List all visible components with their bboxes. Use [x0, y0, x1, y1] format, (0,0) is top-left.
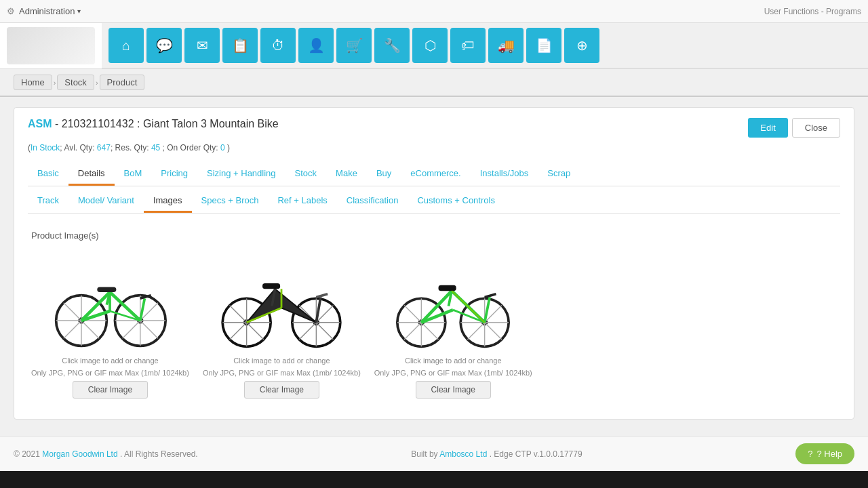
res-qty-label: Res. Qty: [115, 143, 149, 152]
cube-icon[interactable]: ⬡ [412, 28, 448, 63]
breadcrumb-item-home[interactable]: Home [14, 75, 52, 90]
image-3[interactable] [385, 251, 521, 352]
calendar-icon[interactable]: 📋 [222, 28, 258, 63]
footer: © 2021 Morgan Goodwin Ltd . All Rights R… [0, 436, 868, 471]
help-label: ? Help [816, 449, 842, 459]
top-bar: ⚙ Administration User Functions - Progra… [0, 0, 868, 23]
admin-menu[interactable]: Administration [19, 6, 81, 16]
tab-pricing[interactable]: Pricing [151, 163, 197, 186]
user-icon[interactable]: 👤 [298, 28, 334, 63]
in-stock-label: In Stock [31, 143, 60, 152]
breadcrumb-item-product[interactable]: Product [100, 75, 145, 90]
svg-rect-60 [439, 285, 456, 291]
footer-right: Built by Ambosco Ltd . Edge CTP v.1.0.0.… [411, 449, 582, 459]
built-by-label: Built by [411, 449, 437, 459]
tab-sizinghandling[interactable]: Sizing + Handling [197, 163, 285, 186]
avl-qty-val: 647 [97, 143, 111, 152]
wrench-icon[interactable]: 🔧 [374, 28, 410, 63]
cart-icon[interactable]: 🛒 [336, 28, 372, 63]
tag-icon[interactable]: 🏷 [450, 28, 486, 63]
product-name: Giant Talon 3 Mountain Bike [143, 118, 279, 129]
subtab-customscontrols[interactable]: Customs + Controls [408, 190, 505, 213]
image-2[interactable] [214, 251, 349, 352]
image-item-3: Click image to add or changeOnly JPG, PN… [374, 251, 532, 399]
tab-installsjobs[interactable]: Installs/Jobs [471, 163, 538, 186]
product-prefix: ASM [28, 118, 52, 129]
product-actions: Edit Close [748, 118, 840, 138]
on-order-val: 0 [220, 143, 225, 152]
logo-area [0, 23, 102, 68]
product-title: ASM - 210321101432 : Giant Talon 3 Mount… [28, 118, 279, 130]
user-info: User Functions - Programs [764, 7, 861, 16]
tab-basic[interactable]: Basic [28, 163, 68, 186]
top-bar-left: ⚙ Administration [7, 6, 81, 16]
avl-qty-label: Avl. Qty: [64, 143, 94, 152]
product-card: ASM - 210321101432 : Giant Talon 3 Mount… [14, 107, 854, 420]
tab-scrap[interactable]: Scrap [538, 163, 580, 186]
tab-make[interactable]: Make [326, 163, 367, 186]
product-separator: - [52, 118, 62, 129]
breadcrumb-item-stock[interactable]: Stock [57, 75, 94, 90]
logo [7, 27, 95, 64]
main-content: ASM - 210321101432 : Giant Talon 3 Mount… [0, 97, 868, 436]
tab-buy[interactable]: Buy [367, 163, 401, 186]
image-item-1: Click image to add or changeOnly JPG, PN… [31, 251, 189, 399]
image-caption-click-1: Click image to add or change [62, 357, 158, 365]
product-colon: : [134, 118, 143, 129]
clear-image-button-1[interactable]: Clear Image [73, 381, 148, 399]
product-header: ASM - 210321101432 : Giant Talon 3 Mount… [28, 118, 840, 138]
breadcrumb-separator: › [54, 79, 56, 87]
built-by-company-link[interactable]: Ambosco Ltd [439, 449, 487, 459]
rights: . All Rights Reserved. [120, 449, 198, 459]
help-button[interactable]: ? ? Help [795, 443, 854, 464]
subtab-track[interactable]: Track [28, 190, 68, 213]
tab-stock[interactable]: Stock [285, 163, 327, 186]
on-order-label: On Order Qty: [167, 143, 218, 152]
breadcrumb-separator: › [96, 79, 98, 87]
images-section: Product Image(s) Click image to add or c… [28, 224, 840, 405]
subtab-specsbroch[interactable]: Specs + Broch [192, 190, 269, 213]
tab-details[interactable]: Details [68, 163, 115, 186]
image-1[interactable] [42, 251, 178, 352]
subtab-images[interactable]: Images [144, 190, 192, 213]
breadcrumb: Home›Stock›Product [0, 69, 868, 96]
product-code: 210321101432 [62, 118, 134, 129]
email-icon[interactable]: ✉ [184, 28, 220, 63]
nav-icons-bar: ⌂💬✉📋⏱👤🛒🔧⬡🏷🚚📄⊕ [102, 23, 868, 68]
messaging-icon[interactable]: 💬 [146, 28, 182, 63]
copyright: © 2021 [14, 449, 40, 459]
svg-rect-37 [262, 283, 280, 289]
document-icon[interactable]: 📄 [526, 28, 561, 63]
help-icon: ? [808, 449, 812, 459]
clear-image-button-3[interactable]: Clear Image [416, 381, 491, 399]
res-qty-val: 45 [151, 143, 160, 152]
close-button[interactable]: Close [792, 118, 840, 138]
image-item-2: Click image to add or changeOnly JPG, PN… [203, 251, 361, 399]
clock-icon[interactable]: ⏱ [260, 28, 296, 63]
footer-left: © 2021 Morgan Goodwin Ltd . All Rights R… [14, 449, 198, 459]
edit-button[interactable]: Edit [748, 118, 787, 138]
clear-image-button-2[interactable]: Clear Image [244, 381, 319, 399]
globe-icon[interactable]: ⊕ [564, 28, 599, 63]
images-grid: Click image to add or changeOnly JPG, PN… [31, 251, 837, 399]
image-caption-click-2: Click image to add or change [233, 357, 330, 365]
image-caption-format-3: Only JPG, PNG or GIF max Max (1mb/ 1024k… [374, 369, 532, 377]
subtab-classification[interactable]: Classification [337, 190, 408, 213]
image-caption-format-1: Only JPG, PNG or GIF max Max (1mb/ 1024k… [31, 369, 189, 377]
tab-bom[interactable]: BoM [115, 163, 152, 186]
tabs-row: BasicDetailsBoMPricingSizing + HandlingS… [28, 163, 840, 186]
version: . Edge CTP v.1.0.0.17779 [490, 449, 583, 459]
image-caption-click-3: Click image to add or change [405, 357, 501, 365]
truck-icon[interactable]: 🚚 [488, 28, 524, 63]
gear-icon: ⚙ [7, 6, 15, 16]
tab-ecommerce[interactable]: eCommerce. [401, 163, 470, 186]
image-caption-format-2: Only JPG, PNG or GIF max Max (1mb/ 1024k… [203, 369, 361, 377]
images-label: Product Image(s) [31, 230, 837, 241]
header-area: ⌂💬✉📋⏱👤🛒🔧⬡🏷🚚📄⊕ Home›Stock›Product [0, 23, 868, 97]
subtabs-row: TrackModel/ VariantImagesSpecs + BrochRe… [28, 190, 840, 214]
company-link[interactable]: Morgan Goodwin Ltd [42, 449, 117, 459]
subtab-modelvariant[interactable]: Model/ Variant [68, 190, 144, 213]
subtab-reflabels[interactable]: Ref + Labels [268, 190, 336, 213]
home-icon[interactable]: ⌂ [108, 28, 144, 63]
svg-rect-19 [98, 287, 117, 292]
